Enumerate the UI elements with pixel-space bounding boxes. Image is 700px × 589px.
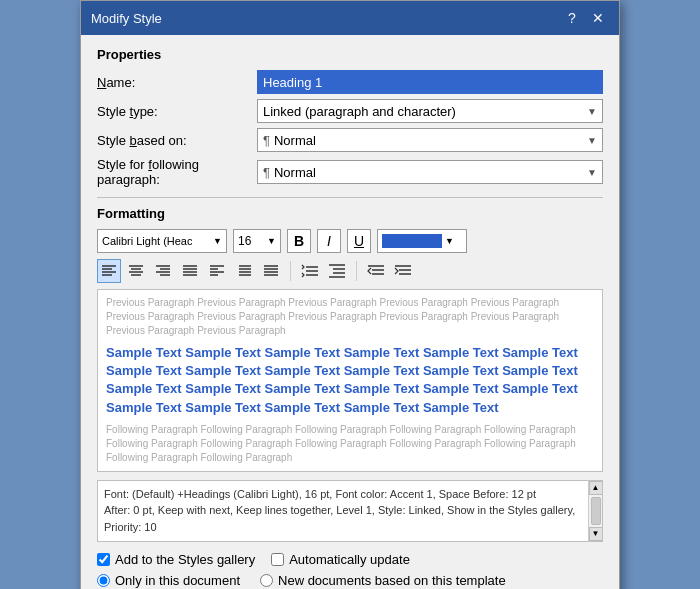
bold-button[interactable]: B bbox=[287, 229, 311, 253]
add-to-gallery-checkbox[interactable] bbox=[97, 553, 110, 566]
italic-button[interactable]: I bbox=[317, 229, 341, 253]
add-to-gallery-text: Add to the Styles gallery bbox=[115, 552, 255, 567]
description-scrollbar[interactable]: ▲ ▼ bbox=[588, 481, 602, 541]
style-based-arrow: ▼ bbox=[587, 135, 597, 146]
name-input[interactable] bbox=[257, 70, 603, 94]
line-spacing-button[interactable] bbox=[298, 259, 322, 283]
size-select[interactable]: 16 ▼ bbox=[233, 229, 281, 253]
align-center-button[interactable] bbox=[124, 259, 148, 283]
align-right-button[interactable] bbox=[151, 259, 175, 283]
toolbar-separator1 bbox=[290, 261, 291, 281]
style-type-row: Style type: Linked (paragraph and charac… bbox=[97, 99, 603, 123]
style-based-content: ¶ Normal bbox=[263, 133, 316, 148]
style-follow-select[interactable]: ¶ Normal ▼ bbox=[257, 160, 603, 184]
align5-button[interactable] bbox=[205, 259, 229, 283]
font-size: 16 bbox=[238, 234, 251, 248]
name-row: Name: bbox=[97, 70, 603, 94]
properties-section: Properties Name: Style type: Linked (par… bbox=[97, 47, 603, 187]
help-button[interactable]: ? bbox=[561, 7, 583, 29]
description-text: Font: (Default) +Headings (Calibri Light… bbox=[104, 486, 596, 536]
toolbar-row bbox=[97, 259, 603, 283]
color-swatch bbox=[382, 234, 442, 248]
pilcrow-icon: ¶ bbox=[263, 133, 270, 148]
style-follow-label: Style for following paragraph: bbox=[97, 157, 257, 187]
style-type-arrow: ▼ bbox=[587, 106, 597, 117]
style-type-select[interactable]: Linked (paragraph and character) ▼ bbox=[257, 99, 603, 123]
formatting-section: Formatting Calibri Light (Heac ▼ 16 ▼ B … bbox=[97, 206, 603, 472]
style-follow-content: ¶ Normal bbox=[263, 165, 316, 180]
dialog-body: Properties Name: Style type: Linked (par… bbox=[81, 35, 619, 589]
title-bar-buttons: ? ✕ bbox=[561, 7, 609, 29]
align-justify-button[interactable] bbox=[178, 259, 202, 283]
style-follow-row: Style for following paragraph: ¶ Normal … bbox=[97, 157, 603, 187]
align6-button[interactable] bbox=[232, 259, 256, 283]
close-button[interactable]: ✕ bbox=[587, 7, 609, 29]
color-arrow: ▼ bbox=[445, 236, 454, 246]
align-left-button[interactable] bbox=[97, 259, 121, 283]
radio-row: Only in this document New documents base… bbox=[97, 573, 603, 588]
dialog-title: Modify Style bbox=[91, 11, 162, 26]
preview-sample-text: Sample Text Sample Text Sample Text Samp… bbox=[106, 344, 594, 417]
indent-increase-button[interactable] bbox=[391, 259, 415, 283]
options-row1: Add to the Styles gallery Automatically … bbox=[97, 552, 603, 567]
style-follow-arrow: ▼ bbox=[587, 167, 597, 178]
formatting-label: Formatting bbox=[97, 206, 603, 221]
scroll-down-button[interactable]: ▼ bbox=[589, 527, 603, 541]
style-based-row: Style based on: ¶ Normal ▼ bbox=[97, 128, 603, 152]
font-select-arrow: ▼ bbox=[213, 236, 222, 246]
style-follow-value: Normal bbox=[274, 165, 316, 180]
formatting-row1: Calibri Light (Heac ▼ 16 ▼ B I U ▼ bbox=[97, 229, 603, 253]
auto-update-label[interactable]: Automatically update bbox=[271, 552, 410, 567]
title-bar: Modify Style ? ✕ bbox=[81, 1, 619, 35]
underline-button[interactable]: U bbox=[347, 229, 371, 253]
new-docs-label[interactable]: New documents based on this template bbox=[260, 573, 506, 588]
color-picker-button[interactable]: ▼ bbox=[377, 229, 467, 253]
only-in-doc-radio[interactable] bbox=[97, 574, 110, 587]
divider1 bbox=[97, 197, 603, 198]
paragraph-spacing-button[interactable] bbox=[325, 259, 349, 283]
font-select[interactable]: Calibri Light (Heac ▼ bbox=[97, 229, 227, 253]
font-name: Calibri Light (Heac bbox=[102, 235, 192, 247]
preview-prev-text: Previous Paragraph Previous Paragraph Pr… bbox=[106, 296, 594, 338]
scroll-thumb[interactable] bbox=[591, 497, 601, 525]
auto-update-checkbox[interactable] bbox=[271, 553, 284, 566]
add-to-gallery-label[interactable]: Add to the Styles gallery bbox=[97, 552, 255, 567]
style-based-select[interactable]: ¶ Normal ▼ bbox=[257, 128, 603, 152]
modify-style-dialog: Modify Style ? ✕ Properties Name: Style … bbox=[80, 0, 620, 589]
toolbar-separator2 bbox=[356, 261, 357, 281]
style-type-value: Linked (paragraph and character) bbox=[263, 104, 456, 119]
style-based-value: Normal bbox=[274, 133, 316, 148]
preview-box: Previous Paragraph Previous Paragraph Pr… bbox=[97, 289, 603, 472]
properties-label: Properties bbox=[97, 47, 603, 62]
style-based-label: Style based on: bbox=[97, 133, 257, 148]
description-box: Font: (Default) +Headings (Calibri Light… bbox=[97, 480, 603, 542]
preview-follow-text: Following Paragraph Following Paragraph … bbox=[106, 423, 594, 465]
name-label: Name: bbox=[97, 75, 257, 90]
new-docs-text: New documents based on this template bbox=[278, 573, 506, 588]
only-in-doc-text: Only in this document bbox=[115, 573, 240, 588]
size-select-arrow: ▼ bbox=[267, 236, 276, 246]
only-in-doc-label[interactable]: Only in this document bbox=[97, 573, 240, 588]
new-docs-radio[interactable] bbox=[260, 574, 273, 587]
indent-decrease-button[interactable] bbox=[364, 259, 388, 283]
pilcrow2-icon: ¶ bbox=[263, 165, 270, 180]
align7-button[interactable] bbox=[259, 259, 283, 283]
auto-update-text: Automatically update bbox=[289, 552, 410, 567]
style-type-label: Style type: bbox=[97, 104, 257, 119]
scroll-up-button[interactable]: ▲ bbox=[589, 481, 603, 495]
